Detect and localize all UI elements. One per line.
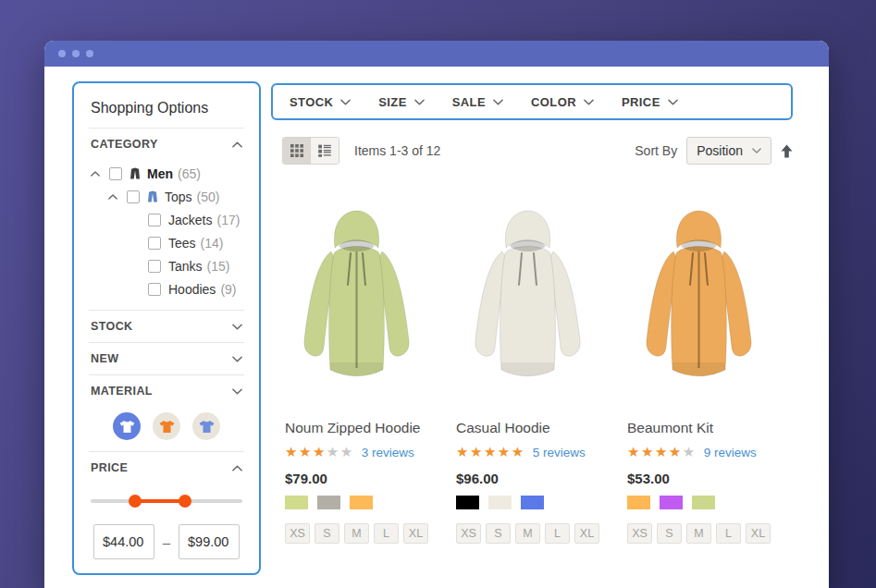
tree-item-count: (14) xyxy=(201,236,224,251)
size-option[interactable]: XS xyxy=(627,523,652,544)
chevron-down-icon xyxy=(668,99,678,105)
size-option[interactable]: L xyxy=(716,523,741,544)
list-icon xyxy=(318,144,331,157)
size-option[interactable]: XL xyxy=(403,523,428,544)
chevron-down-icon xyxy=(493,99,503,105)
window-titlebar[interactable] xyxy=(44,41,829,67)
size-option[interactable]: L xyxy=(545,523,570,544)
checkbox[interactable] xyxy=(109,167,122,180)
product-grid: Noum Zipped Hoodie ★★★★★ 3 reviews $79.0… xyxy=(285,187,795,544)
size-option[interactable]: XL xyxy=(574,523,599,544)
material-tshirt-white-icon[interactable] xyxy=(113,412,141,440)
checkbox[interactable] xyxy=(148,260,161,273)
price-range-separator: – xyxy=(163,534,170,550)
price-min-input[interactable] xyxy=(93,524,154,559)
filter-color[interactable]: COLOR xyxy=(531,95,594,109)
stock-section-header[interactable]: STOCK xyxy=(89,311,244,342)
list-view-button[interactable] xyxy=(311,138,339,164)
material-tshirt-blue-icon[interactable] xyxy=(192,412,220,440)
filter-price[interactable]: PRICE xyxy=(622,95,678,109)
sort-by-label: Sort By xyxy=(635,143,677,158)
color-swatch[interactable] xyxy=(660,496,683,509)
color-swatch[interactable] xyxy=(456,496,479,509)
color-swatch[interactable] xyxy=(627,496,650,509)
stock-label: STOCK xyxy=(91,320,133,333)
size-option[interactable]: S xyxy=(486,523,511,544)
price-section-header[interactable]: PRICE xyxy=(89,452,244,484)
view-mode-switcher xyxy=(282,137,339,165)
chevron-down-icon xyxy=(232,356,242,362)
tree-item-hoodies[interactable]: Hoodies (9) xyxy=(89,277,244,300)
chevron-down-icon xyxy=(232,324,242,330)
checkbox[interactable] xyxy=(148,237,161,250)
color-swatches xyxy=(285,496,428,509)
new-section-header[interactable]: NEW xyxy=(89,343,244,374)
sort-direction-button[interactable] xyxy=(781,144,793,158)
color-swatch[interactable] xyxy=(488,496,512,509)
size-option[interactable]: M xyxy=(515,523,540,544)
chevron-up-icon xyxy=(232,141,242,148)
category-section-header[interactable]: CATEGORY xyxy=(89,129,244,160)
tree-item-label: Tees xyxy=(168,236,196,251)
color-swatch[interactable] xyxy=(317,496,340,509)
material-label: MATERIAL xyxy=(91,385,153,398)
chevron-down-icon xyxy=(414,99,425,105)
filter-sale[interactable]: SALE xyxy=(452,95,503,109)
tree-item-label: Tops xyxy=(165,190,192,204)
window-dot-icon[interactable] xyxy=(58,50,66,57)
color-swatch[interactable] xyxy=(285,496,308,509)
reviews-link[interactable]: 3 reviews xyxy=(362,446,414,459)
tree-item-label: Men xyxy=(147,166,173,181)
filter-size[interactable]: SIZE xyxy=(378,95,425,109)
slider-handle-min[interactable] xyxy=(129,495,142,508)
price-max-input[interactable] xyxy=(179,524,240,559)
chevron-up-icon xyxy=(232,465,242,472)
size-option[interactable]: M xyxy=(686,523,711,544)
reviews-link[interactable]: 5 reviews xyxy=(533,446,586,459)
checkbox[interactable] xyxy=(148,283,161,296)
material-section-header[interactable]: MATERIAL xyxy=(89,375,244,407)
tree-item-jackets[interactable]: Jackets (17) xyxy=(89,208,244,231)
size-option[interactable]: M xyxy=(344,523,369,544)
size-option[interactable]: S xyxy=(315,523,339,544)
slider-handle-max[interactable] xyxy=(179,495,191,508)
material-tshirt-orange-icon[interactable] xyxy=(153,412,180,440)
checkbox[interactable] xyxy=(127,190,140,203)
collapse-caret-icon[interactable] xyxy=(108,194,119,200)
tree-item-tops[interactable]: Tops (50) xyxy=(89,185,244,208)
size-option[interactable]: XS xyxy=(285,523,310,544)
collapse-caret-icon[interactable] xyxy=(91,171,102,177)
product-card: Noum Zipped Hoodie ★★★★★ 3 reviews $79.0… xyxy=(285,187,428,544)
star-rating: ★★★★★ xyxy=(627,444,697,460)
main-content: STOCK SIZE SALE COLOR PRICE xyxy=(271,83,795,544)
tree-item-men[interactable]: Men (65) xyxy=(89,162,244,185)
price-slider[interactable] xyxy=(91,495,242,508)
checkbox[interactable] xyxy=(148,214,161,227)
product-image[interactable] xyxy=(627,187,771,409)
size-option[interactable]: XL xyxy=(746,523,771,544)
grid-view-button[interactable] xyxy=(283,138,311,164)
color-swatch[interactable] xyxy=(692,496,715,509)
filter-stock[interactable]: STOCK xyxy=(290,95,351,109)
product-image[interactable] xyxy=(456,187,599,409)
color-swatch[interactable] xyxy=(521,496,544,509)
tree-item-tanks[interactable]: Tanks (15) xyxy=(89,254,244,277)
size-option[interactable]: S xyxy=(657,523,682,544)
sort-select[interactable]: Position xyxy=(686,137,771,165)
product-rating: ★★★★★ 3 reviews xyxy=(285,444,428,460)
size-option[interactable]: XS xyxy=(456,523,481,544)
size-option[interactable]: L xyxy=(374,523,399,544)
window-dot-icon[interactable] xyxy=(86,50,93,57)
reviews-link[interactable]: 9 reviews xyxy=(704,446,757,459)
browser-window: Shopping Options CATEGORY Men (65) Tops … xyxy=(44,41,829,588)
product-title[interactable]: Beaumont Kit xyxy=(627,420,771,436)
product-rating: ★★★★★ 9 reviews xyxy=(627,444,771,460)
product-title[interactable]: Noum Zipped Hoodie xyxy=(285,420,428,436)
size-options: XS S M L XL xyxy=(285,523,428,544)
product-image[interactable] xyxy=(285,187,428,409)
tree-item-tees[interactable]: Tees (14) xyxy=(89,231,244,254)
product-title[interactable]: Casual Hoodie xyxy=(456,420,599,436)
color-swatches xyxy=(456,496,599,509)
color-swatch[interactable] xyxy=(350,496,373,509)
window-dot-icon[interactable] xyxy=(72,50,80,57)
